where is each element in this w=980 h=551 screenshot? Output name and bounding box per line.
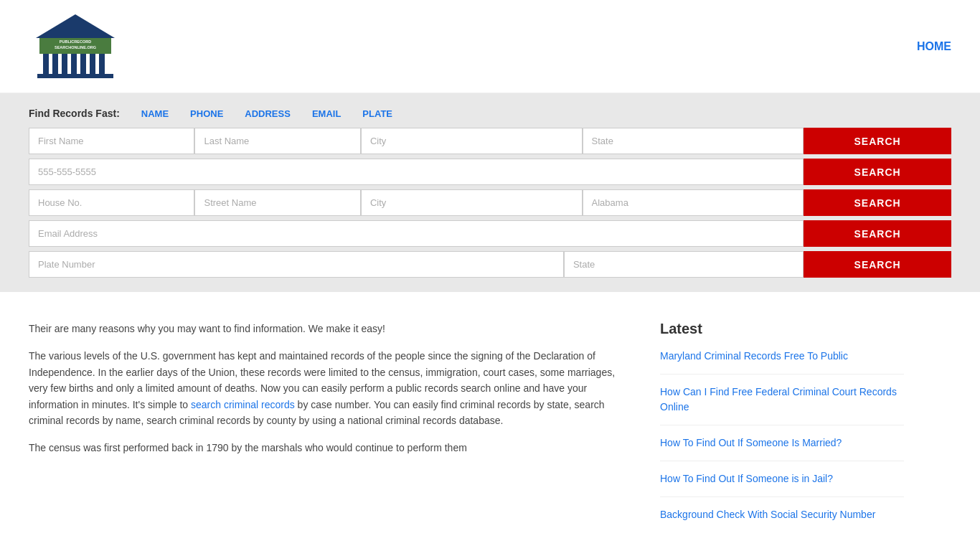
tab-name[interactable]: NAME	[141, 108, 169, 119]
svg-rect-7	[71, 54, 77, 74]
tab-plate[interactable]: PLATE	[362, 108, 392, 119]
latest-link-0[interactable]: Maryland Criminal Records Free To Public	[660, 350, 848, 362]
latest-link-2[interactable]: How To Find Out If Someone Is Married?	[660, 437, 842, 448]
content-right: Latest Maryland Criminal Records Free To…	[660, 321, 904, 542]
email-input[interactable]	[29, 220, 804, 247]
tab-email[interactable]: EMAIL	[312, 108, 341, 119]
search-label-row: Find Records Fast: NAME PHONE ADDRESS EM…	[29, 108, 951, 119]
latest-link-3[interactable]: How To Find Out If Someone is in Jail?	[660, 473, 833, 484]
latest-link-1[interactable]: How Can I Find Free Federal Criminal Cou…	[660, 386, 897, 413]
search-button-address[interactable]: SEARCH	[804, 189, 951, 216]
state-input-name[interactable]	[583, 128, 804, 154]
body-paragraph-2: The census was first performed back in 1…	[29, 440, 631, 456]
find-records-label: Find Records Fast:	[29, 108, 120, 119]
phone-search-row: SEARCH	[29, 159, 951, 185]
logo-area: PUBLICRECORD SEARCHONLINE.ORG	[29, 11, 122, 83]
street-input[interactable]	[194, 189, 360, 216]
plate-search-row: SEARCH	[29, 251, 951, 278]
tab-phone[interactable]: PHONE	[190, 108, 223, 119]
first-name-input[interactable]	[29, 128, 194, 154]
search-button-name[interactable]: SEARCH	[804, 128, 951, 154]
search-tabs: NAME PHONE ADDRESS EMAIL PLATE	[141, 108, 392, 119]
latest-title: Latest	[660, 321, 904, 337]
svg-rect-6	[62, 54, 67, 74]
site-logo: PUBLICRECORD SEARCHONLINE.ORG	[29, 11, 122, 83]
main-content: Their are many reasons why you may want …	[0, 292, 980, 551]
svg-text:PUBLICRECORD: PUBLICRECORD	[60, 39, 91, 44]
header: PUBLICRECORD SEARCHONLINE.ORG HOME	[0, 0, 980, 93]
list-item: Background Check With Social Security Nu…	[660, 507, 904, 532]
intro-paragraph: Their are many reasons why you may want …	[29, 321, 631, 336]
phone-input[interactable]	[29, 159, 804, 185]
content-left: Their are many reasons why you may want …	[29, 321, 631, 542]
address-search-row: SEARCH	[29, 189, 951, 216]
home-link[interactable]: HOME	[917, 40, 951, 52]
tab-address[interactable]: ADDRESS	[245, 108, 291, 119]
list-item: How Can I Find Free Federal Criminal Cou…	[660, 385, 904, 425]
house-input[interactable]	[29, 189, 194, 216]
search-button-email[interactable]: SEARCH	[804, 220, 951, 247]
search-button-phone[interactable]: SEARCH	[804, 159, 951, 185]
search-rows: SEARCH SEARCH SEARCH SEARCH SEARCH	[29, 128, 951, 278]
svg-rect-8	[80, 54, 86, 74]
search-button-plate[interactable]: SEARCH	[804, 251, 951, 278]
state-input-plate[interactable]	[564, 251, 804, 278]
search-section: Find Records Fast: NAME PHONE ADDRESS EM…	[0, 93, 980, 292]
last-name-input[interactable]	[194, 128, 360, 154]
svg-marker-0	[36, 14, 115, 38]
plate-input[interactable]	[29, 251, 564, 278]
criminal-records-link[interactable]: search criminal records	[191, 399, 295, 410]
svg-rect-10	[99, 54, 105, 74]
body-paragraph-1: The various levels of the U.S. governmen…	[29, 348, 631, 428]
svg-rect-4	[43, 54, 49, 74]
list-item: How To Find Out If Someone is in Jail?	[660, 471, 904, 497]
name-search-row: SEARCH	[29, 128, 951, 154]
list-item: How To Find Out If Someone Is Married?	[660, 435, 904, 461]
latest-link-4[interactable]: Background Check With Social Security Nu…	[660, 509, 875, 520]
city-input-name[interactable]	[361, 128, 583, 154]
svg-rect-9	[90, 54, 95, 74]
city-input-address[interactable]	[361, 189, 583, 216]
latest-list: Maryland Criminal Records Free To Public…	[660, 349, 904, 532]
state-input-address[interactable]	[583, 189, 804, 216]
main-nav: HOME	[917, 40, 951, 53]
email-search-row: SEARCH	[29, 220, 951, 247]
svg-text:SEARCHONLINE.ORG: SEARCHONLINE.ORG	[55, 45, 96, 50]
svg-rect-5	[52, 54, 58, 74]
list-item: Maryland Criminal Records Free To Public	[660, 349, 904, 375]
svg-rect-11	[37, 74, 113, 78]
